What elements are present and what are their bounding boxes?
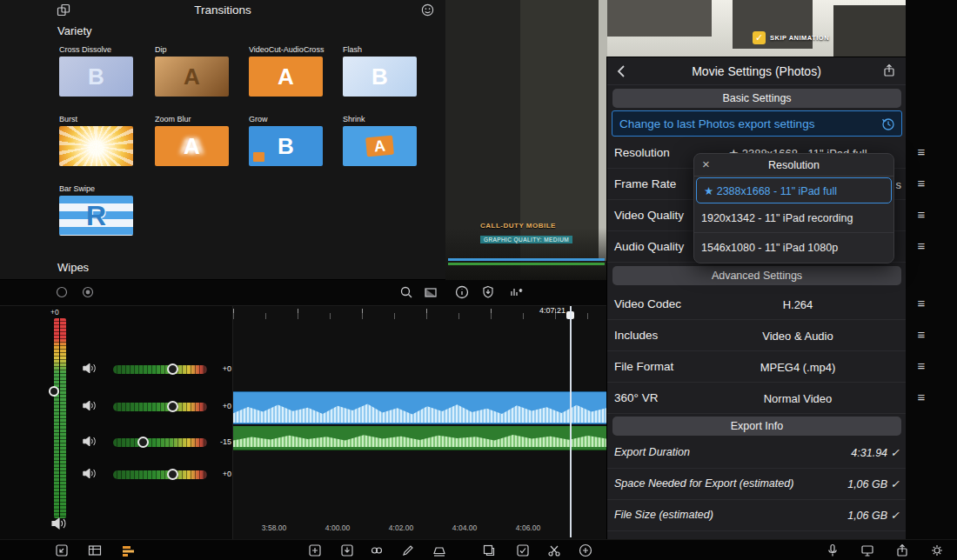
search-icon[interactable] [398,284,416,302]
settings-header: Movie Settings (Photos) [607,57,906,85]
shield-download-icon[interactable] [480,284,498,302]
transition-label: Cross Dissolve [59,45,146,54]
transition-flash[interactable]: Flash B [343,45,430,97]
settings-gear-icon[interactable] [929,543,945,558]
add-circle-icon[interactable] [578,543,593,558]
master-fader-knob[interactable] [49,386,59,397]
share-export-icon[interactable] [894,543,910,558]
transition-shrink[interactable]: Shrink A [343,115,430,166]
speaker-icon[interactable] [82,467,97,480]
basic-settings-button[interactable]: Basic Settings [612,89,901,108]
channel-gain-slider[interactable] [113,365,207,374]
smiley-icon[interactable] [420,3,435,17]
advanced-settings-button[interactable]: Advanced Settings [612,266,901,285]
blade-icon[interactable] [432,543,447,558]
export-project-icon[interactable] [54,543,70,558]
export-info-button[interactable]: Export Info [612,417,901,436]
frame-rate-menu-icon[interactable]: ≡ [913,177,930,190]
insert-clip-icon[interactable] [307,543,323,558]
channel-gain-slider[interactable] [113,470,207,479]
setting-row-360-vr[interactable]: 360° VR Normal Video [607,383,907,414]
resolution-option[interactable]: 1920x1342 - 11" iPad recording [694,204,893,233]
copy-icon[interactable] [481,543,497,558]
mixer-channel-1: +0 [0,361,233,378]
setting-row-video-codec[interactable]: Video Codec H.264 [607,289,907,320]
transition-thumbnail: B [249,126,323,166]
microphone-icon[interactable] [825,543,840,558]
transition-videocut-audiocross[interactable]: VideoCut-AudioCross A [249,45,336,97]
setting-row-includes[interactable]: Includes Video & Audio [607,320,907,351]
audio-meters-icon[interactable] [508,284,525,302]
circle-ring-icon[interactable] [80,284,97,302]
export-label: Export Duration [614,446,690,458]
overwrite-clip-icon[interactable] [339,543,355,558]
transitions-panel: Transitions Variety Cross Dissolve B Dip… [0,0,445,280]
edit-pencil-icon[interactable] [400,543,416,558]
channel-gain-value: +0 [211,470,231,478]
export-value: 1,06 GB ✓ [847,509,900,522]
change-to-last-export-label: Change to last Photos export settings [612,117,814,130]
clip-appearance-icon[interactable] [120,543,136,558]
external-display-icon[interactable] [860,543,875,558]
lumafusion-app: Transitions Variety Cross Dissolve B Dip… [0,0,957,560]
playhead[interactable] [570,306,572,537]
source-mini-timeline[interactable] [448,258,605,265]
master-level-meter[interactable] [54,318,66,518]
mini-audio-track [448,263,605,265]
slider-knob[interactable] [167,363,178,375]
info-icon[interactable] [454,284,472,302]
transition-dip[interactable]: Dip A [155,45,242,97]
transition-grow[interactable]: Grow B [249,115,336,166]
video-quality-menu-icon[interactable]: ≡ [913,208,930,222]
speaker-icon[interactable] [82,399,97,412]
mid-toolbar [0,280,606,306]
transition-label: Shrink [343,115,430,123]
setting-label: Includes [614,329,658,342]
scissors-icon[interactable] [546,543,562,558]
resolution-option-selected[interactable]: ★ 2388x1668 - 11" iPad full [696,177,892,203]
transition-label: Dip [155,45,242,54]
skip-animation-toggle[interactable]: ✓ SKIP ANIMATION [753,31,829,44]
resolution-menu-icon[interactable]: ≡ [913,145,930,159]
file-format-menu-icon[interactable]: ≡ [913,359,930,373]
slider-knob[interactable] [167,469,178,480]
slider-knob[interactable] [167,401,178,412]
bottom-toolbar [0,539,957,560]
vr-menu-icon[interactable]: ≡ [913,390,930,404]
check-square-icon[interactable] [515,543,531,558]
gradient-preview-icon[interactable] [423,284,440,302]
setting-label: File Format [614,360,673,373]
popup-header: × Resolution [694,154,893,177]
setting-value: Video & Audio [694,330,901,343]
change-to-last-export-button[interactable]: Change to last Photos export settings [612,110,902,137]
circle-outline-icon[interactable] [54,284,71,302]
video-clip[interactable] [233,391,606,424]
video-codec-menu-icon[interactable]: ≡ [913,297,930,310]
timestamp: 4:04.00 [438,523,491,532]
setting-row-file-format[interactable]: File Format MPEG4 (.mp4) [607,351,907,383]
transition-cross-dissolve[interactable]: Cross Dissolve B [59,45,146,97]
audio-clip[interactable] [233,426,606,450]
export-label: Space Needed for Export (estimated) [614,477,793,490]
share-icon[interactable] [881,63,897,78]
master-speaker-icon[interactable] [50,517,68,530]
mixer-channel-3: -15 [0,434,233,451]
transition-thumbnail: A [155,126,229,166]
resolution-option[interactable]: 1546x1080 - 11" iPad 1080p [694,233,893,262]
includes-menu-icon[interactable]: ≡ [913,328,930,342]
audio-quality-menu-icon[interactable]: ≡ [913,239,930,253]
speaker-icon[interactable] [82,362,97,375]
slider-knob[interactable] [137,437,149,448]
transition-zoom-blur[interactable]: Zoom Blur A [155,115,242,166]
timeline[interactable]: 4:07.21 3:58.00 4:00.00 4:02.00 4:04.00 … [233,306,606,539]
track-headers-icon[interactable] [87,543,103,558]
channel-gain-slider[interactable] [113,438,207,447]
link-clips-icon[interactable] [369,543,385,558]
skip-animation-checkbox[interactable]: ✓ [753,31,766,44]
transition-burst[interactable]: Burst [59,115,146,166]
transition-bar-swipe[interactable]: Bar Swipe R [59,184,146,236]
speaker-icon[interactable] [82,435,97,448]
channel-gain-slider[interactable] [113,403,207,411]
setting-value: MPEG4 (.mp4) [694,361,901,374]
mixer-channel-2: +0 [0,398,233,416]
